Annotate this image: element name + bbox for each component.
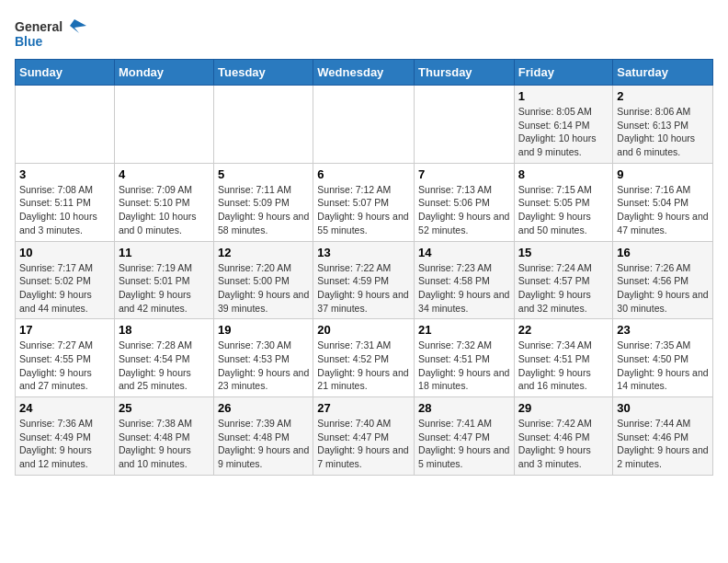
- day-number: 4: [119, 167, 210, 181]
- day-header-saturday: Saturday: [613, 60, 713, 86]
- day-cell: 16Sunrise: 7:26 AM Sunset: 4:56 PM Dayli…: [613, 241, 713, 319]
- day-header-sunday: Sunday: [16, 60, 115, 86]
- day-cell: 7Sunrise: 7:13 AM Sunset: 5:06 PM Daylig…: [415, 163, 515, 241]
- day-cell: 25Sunrise: 7:38 AM Sunset: 4:48 PM Dayli…: [114, 397, 213, 476]
- svg-text:General: General: [15, 19, 63, 34]
- day-number: 1: [518, 89, 609, 103]
- day-cell: 1Sunrise: 8:05 AM Sunset: 6:14 PM Daylig…: [514, 86, 613, 164]
- day-info: Sunrise: 7:38 AM Sunset: 4:48 PM Dayligh…: [119, 417, 210, 471]
- day-info: Sunrise: 7:30 AM Sunset: 4:53 PM Dayligh…: [218, 339, 309, 393]
- week-row-4: 17Sunrise: 7:27 AM Sunset: 4:55 PM Dayli…: [16, 319, 713, 397]
- day-info: Sunrise: 7:13 AM Sunset: 5:06 PM Dayligh…: [418, 183, 510, 237]
- day-cell: 4Sunrise: 7:09 AM Sunset: 5:10 PM Daylig…: [114, 163, 213, 241]
- day-cell: [214, 86, 313, 164]
- day-info: Sunrise: 7:09 AM Sunset: 5:10 PM Dayligh…: [119, 183, 210, 237]
- day-cell: 24Sunrise: 7:36 AM Sunset: 4:49 PM Dayli…: [16, 397, 115, 476]
- day-number: 15: [518, 246, 609, 259]
- day-cell: 20Sunrise: 7:31 AM Sunset: 4:52 PM Dayli…: [313, 319, 415, 397]
- day-info: Sunrise: 7:12 AM Sunset: 5:07 PM Dayligh…: [317, 183, 410, 237]
- day-number: 3: [19, 167, 110, 181]
- day-number: 23: [617, 323, 709, 337]
- day-header-friday: Friday: [514, 60, 613, 86]
- day-number: 6: [317, 167, 410, 181]
- day-number: 26: [218, 401, 309, 415]
- day-cell: [313, 86, 415, 164]
- day-cell: 22Sunrise: 7:34 AM Sunset: 4:51 PM Dayli…: [514, 319, 613, 397]
- day-info: Sunrise: 7:27 AM Sunset: 4:55 PM Dayligh…: [19, 339, 110, 393]
- day-cell: 29Sunrise: 7:42 AM Sunset: 4:46 PM Dayli…: [514, 397, 613, 476]
- day-cell: 3Sunrise: 7:08 AM Sunset: 5:11 PM Daylig…: [16, 163, 115, 241]
- day-cell: 10Sunrise: 7:17 AM Sunset: 5:02 PM Dayli…: [16, 241, 115, 319]
- day-cell: 9Sunrise: 7:16 AM Sunset: 5:04 PM Daylig…: [613, 163, 713, 241]
- day-cell: [415, 86, 515, 164]
- day-cell: [16, 86, 115, 164]
- day-number: 21: [418, 323, 510, 337]
- header: General Blue: [15, 15, 713, 52]
- day-info: Sunrise: 7:20 AM Sunset: 5:00 PM Dayligh…: [218, 261, 309, 316]
- day-cell: 19Sunrise: 7:30 AM Sunset: 4:53 PM Dayli…: [214, 319, 313, 397]
- day-info: Sunrise: 8:06 AM Sunset: 6:13 PM Dayligh…: [617, 105, 709, 159]
- week-row-1: 1Sunrise: 8:05 AM Sunset: 6:14 PM Daylig…: [16, 86, 713, 164]
- day-info: Sunrise: 7:40 AM Sunset: 4:47 PM Dayligh…: [317, 417, 410, 471]
- day-number: 2: [617, 89, 709, 103]
- day-number: 13: [317, 246, 410, 259]
- day-cell: 8Sunrise: 7:15 AM Sunset: 5:05 PM Daylig…: [514, 163, 613, 241]
- day-info: Sunrise: 7:22 AM Sunset: 4:59 PM Dayligh…: [317, 261, 410, 316]
- day-number: 22: [518, 323, 609, 337]
- day-cell: 5Sunrise: 7:11 AM Sunset: 5:09 PM Daylig…: [214, 163, 313, 241]
- day-header-wednesday: Wednesday: [313, 60, 415, 86]
- day-cell: 2Sunrise: 8:06 AM Sunset: 6:13 PM Daylig…: [613, 86, 713, 164]
- day-info: Sunrise: 7:44 AM Sunset: 4:46 PM Dayligh…: [617, 417, 709, 471]
- day-info: Sunrise: 7:11 AM Sunset: 5:09 PM Dayligh…: [218, 183, 309, 237]
- day-number: 20: [317, 323, 410, 337]
- day-number: 29: [518, 401, 609, 415]
- day-number: 19: [218, 323, 309, 337]
- day-number: 16: [617, 246, 709, 259]
- day-info: Sunrise: 8:05 AM Sunset: 6:14 PM Dayligh…: [518, 105, 609, 159]
- day-info: Sunrise: 7:41 AM Sunset: 4:47 PM Dayligh…: [418, 417, 510, 471]
- day-cell: 12Sunrise: 7:20 AM Sunset: 5:00 PM Dayli…: [214, 241, 313, 319]
- day-cell: 30Sunrise: 7:44 AM Sunset: 4:46 PM Dayli…: [613, 397, 713, 476]
- day-number: 17: [19, 323, 110, 337]
- day-cell: 13Sunrise: 7:22 AM Sunset: 4:59 PM Dayli…: [313, 241, 415, 319]
- day-cell: 26Sunrise: 7:39 AM Sunset: 4:48 PM Dayli…: [214, 397, 313, 476]
- day-cell: 11Sunrise: 7:19 AM Sunset: 5:01 PM Dayli…: [114, 241, 213, 319]
- day-info: Sunrise: 7:34 AM Sunset: 4:51 PM Dayligh…: [518, 339, 609, 393]
- day-number: 30: [617, 401, 709, 415]
- day-info: Sunrise: 7:23 AM Sunset: 4:58 PM Dayligh…: [418, 261, 510, 316]
- day-info: Sunrise: 7:19 AM Sunset: 5:01 PM Dayligh…: [119, 261, 210, 316]
- header-row: SundayMondayTuesdayWednesdayThursdayFrid…: [16, 60, 713, 86]
- logo-icon: General Blue: [15, 15, 88, 52]
- day-info: Sunrise: 7:24 AM Sunset: 4:57 PM Dayligh…: [518, 261, 609, 316]
- day-cell: 18Sunrise: 7:28 AM Sunset: 4:54 PM Dayli…: [114, 319, 213, 397]
- day-cell: 17Sunrise: 7:27 AM Sunset: 4:55 PM Dayli…: [16, 319, 115, 397]
- day-number: 5: [218, 167, 309, 181]
- day-info: Sunrise: 7:32 AM Sunset: 4:51 PM Dayligh…: [418, 339, 510, 393]
- svg-text:Blue: Blue: [15, 34, 43, 49]
- day-info: Sunrise: 7:16 AM Sunset: 5:04 PM Dayligh…: [617, 183, 709, 237]
- day-info: Sunrise: 7:42 AM Sunset: 4:46 PM Dayligh…: [518, 417, 609, 471]
- day-cell: 6Sunrise: 7:12 AM Sunset: 5:07 PM Daylig…: [313, 163, 415, 241]
- day-cell: 23Sunrise: 7:35 AM Sunset: 4:50 PM Dayli…: [613, 319, 713, 397]
- day-cell: 21Sunrise: 7:32 AM Sunset: 4:51 PM Dayli…: [415, 319, 515, 397]
- day-cell: 28Sunrise: 7:41 AM Sunset: 4:47 PM Dayli…: [415, 397, 515, 476]
- day-number: 14: [418, 246, 510, 259]
- day-cell: 14Sunrise: 7:23 AM Sunset: 4:58 PM Dayli…: [415, 241, 515, 319]
- week-row-2: 3Sunrise: 7:08 AM Sunset: 5:11 PM Daylig…: [16, 163, 713, 241]
- day-info: Sunrise: 7:36 AM Sunset: 4:49 PM Dayligh…: [19, 417, 110, 471]
- day-info: Sunrise: 7:26 AM Sunset: 4:56 PM Dayligh…: [617, 261, 709, 316]
- day-cell: [114, 86, 213, 164]
- day-number: 12: [218, 246, 309, 259]
- day-number: 9: [617, 167, 709, 181]
- calendar-table: SundayMondayTuesdayWednesdayThursdayFrid…: [15, 59, 713, 476]
- day-number: 7: [418, 167, 510, 181]
- day-number: 10: [19, 246, 110, 259]
- day-header-monday: Monday: [114, 60, 213, 86]
- day-number: 8: [518, 167, 609, 181]
- svg-marker-2: [70, 19, 86, 33]
- day-number: 18: [119, 323, 210, 337]
- day-number: 25: [119, 401, 210, 415]
- day-info: Sunrise: 7:08 AM Sunset: 5:11 PM Dayligh…: [19, 183, 110, 237]
- day-cell: 15Sunrise: 7:24 AM Sunset: 4:57 PM Dayli…: [514, 241, 613, 319]
- day-info: Sunrise: 7:17 AM Sunset: 5:02 PM Dayligh…: [19, 261, 110, 316]
